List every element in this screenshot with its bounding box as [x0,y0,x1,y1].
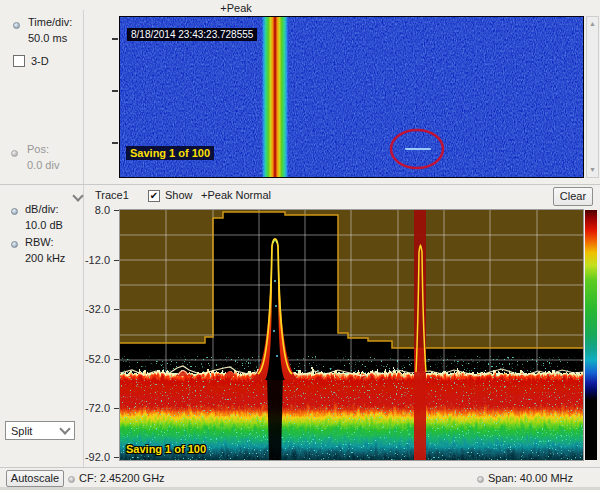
signal-stripe [261,17,289,177]
y-axis-tick-label: 8.0 [68,204,110,216]
time-div-label: Time/div: [28,16,72,28]
spectrogram-tick [112,38,118,40]
spectrogram-scrollbar[interactable]: ▲ ▼ [586,16,599,178]
y-axis-tick-label: -72.0 [68,402,110,414]
checkmark-icon: ✔ [150,190,158,201]
rbw-label: RBW: [25,236,54,248]
spectrogram-tick [112,90,118,92]
y-axis-tick-label: -92.0 [68,451,110,463]
pos-value: 0.0 div [27,159,59,171]
spectrogram-tick [112,142,118,144]
spectrogram-saving-status: Saving 1 of 100 [126,146,214,160]
transient-streak [405,148,431,150]
time-div-value[interactable]: 50.0 ms [28,32,67,44]
statusbar-divider [0,467,600,468]
dpx-colorbar [585,210,597,460]
y-axis-tick-label: -12.0 [68,254,110,266]
cf-bullet-icon [68,476,75,483]
spectrogram-detection-title: +Peak [190,2,282,14]
show-label: Show [165,189,193,201]
three-d-checkbox[interactable] [13,55,25,67]
spectrogram-display[interactable]: 8/18/2014 23:43:23.728555 Saving 1 of 10… [119,16,584,178]
time-div-bullet-icon [13,22,20,29]
pos-label: Pos: [27,143,49,155]
rbw-bullet-icon [11,241,18,248]
panel-divider [83,10,84,467]
view-mode-select[interactable]: Split [5,421,75,440]
db-div-value[interactable]: 10.0 dB [25,219,63,231]
spectrum-graphic [120,210,583,460]
span-label: Span: [488,472,517,484]
span-value: 40.00 MHz [520,472,573,484]
cf-label: CF: [79,472,97,484]
clear-button[interactable]: Clear [553,187,593,206]
trace-mode-label: +Peak Normal [201,189,271,201]
view-mode-value: Split [11,425,32,437]
collapse-chevron-icon[interactable] [72,190,83,201]
rbw-value[interactable]: 200 kHz [25,252,65,264]
y-axis-tick-label: -32.0 [68,303,110,315]
spectrum-display[interactable]: Saving 1 of 100 [119,209,584,461]
db-div-bullet-icon [11,208,18,215]
center-frequency-readout[interactable]: CF: 2.45200 GHz [79,472,165,484]
autoscale-button[interactable]: Autoscale [6,470,64,487]
span-readout[interactable]: Span: 40.00 MHz [488,472,573,484]
scroll-up-icon[interactable]: ▲ [587,18,598,30]
pos-bullet-icon [11,150,18,157]
cf-value: 2.45200 GHz [100,472,165,484]
three-d-label: 3-D [31,55,49,67]
trace-name-label[interactable]: Trace1 [95,189,129,201]
section-divider [0,184,600,185]
span-bullet-icon [477,476,484,483]
spectrogram-timestamp: 8/18/2014 23:43:23.728555 [127,28,257,41]
db-div-label: dB/div: [25,203,59,215]
spectrum-saving-status: Saving 1 of 100 [126,443,206,455]
show-checkbox[interactable]: ✔ [148,190,160,202]
signal-analyzer-window: +Peak Time/div: 50.0 ms 3-D Pos: 0.0 div [0,0,600,490]
chevron-down-icon [59,423,70,434]
y-axis-tick-label: -52.0 [68,353,110,365]
scroll-down-icon[interactable]: ▼ [587,164,598,176]
peak-shadow [267,372,283,460]
